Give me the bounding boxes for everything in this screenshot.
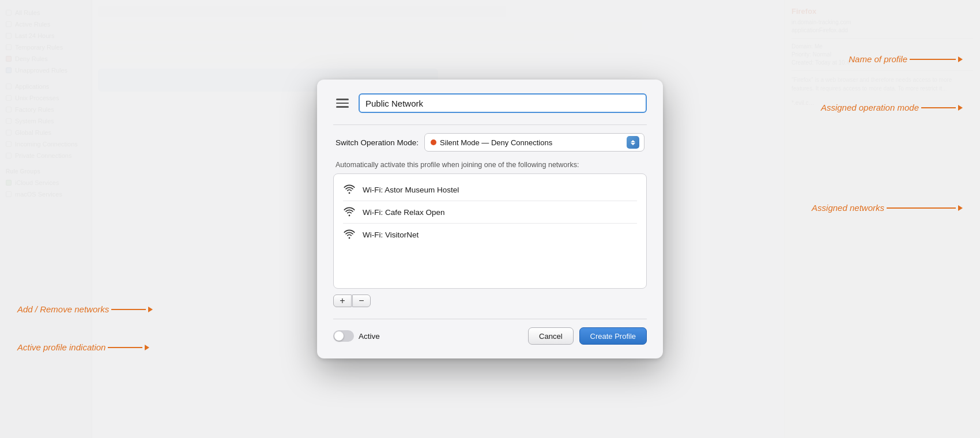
menu-icon-bar-2 xyxy=(336,103,349,104)
create-profile-button[interactable]: Create Profile xyxy=(579,327,647,345)
network-name-2: Wi-Fi: Cafe Relax Open xyxy=(363,208,445,217)
mode-dot xyxy=(431,139,436,145)
remove-network-button[interactable]: − xyxy=(352,294,371,307)
wifi-icon-2 xyxy=(343,207,356,217)
wifi-icon-3 xyxy=(343,229,356,240)
modal-overlay: Switch Operation Mode: Silent Mode — Den… xyxy=(0,0,980,438)
active-toggle[interactable] xyxy=(333,330,354,342)
active-label: Active xyxy=(359,332,380,341)
cancel-button[interactable]: Cancel xyxy=(528,327,573,345)
add-network-button[interactable]: + xyxy=(333,294,352,307)
menu-icon-bar-1 xyxy=(336,99,349,100)
networks-description: Automatically activate this profile when… xyxy=(333,161,647,169)
operation-mode-row: Switch Operation Mode: Silent Mode — Den… xyxy=(333,133,647,152)
menu-icon xyxy=(333,95,352,111)
networks-list: Wi-Fi: Astor Museum Hostel Wi-Fi: Cafe R… xyxy=(333,173,647,289)
network-item-3: Wi-Fi: VisitorNet xyxy=(334,224,646,246)
operation-mode-label: Switch Operation Mode: xyxy=(336,138,419,147)
profile-name-input[interactable] xyxy=(359,93,647,113)
profile-dialog: Switch Operation Mode: Silent Mode — Den… xyxy=(317,80,663,358)
stepper-down-arrow xyxy=(631,143,635,145)
network-item-2: Wi-Fi: Cafe Relax Open xyxy=(334,201,646,223)
footer-divider xyxy=(333,319,647,319)
mode-selector[interactable]: Silent Mode — Deny Connections xyxy=(424,133,644,152)
dialog-header xyxy=(333,93,647,113)
mode-stepper[interactable] xyxy=(627,136,639,149)
stepper-up-arrow xyxy=(631,140,635,142)
menu-icon-bar-3 xyxy=(336,106,349,108)
stepper-arrows xyxy=(631,140,635,145)
footer-buttons: Cancel Create Profile xyxy=(528,327,647,345)
network-name-1: Wi-Fi: Astor Museum Hostel xyxy=(363,186,459,194)
header-divider xyxy=(333,124,647,125)
active-toggle-row: Active xyxy=(333,330,380,342)
toggle-knob xyxy=(334,331,344,341)
wifi-icon-1 xyxy=(343,184,356,195)
network-controls: + − xyxy=(333,294,647,307)
mode-text: Silent Mode — Deny Connections xyxy=(440,138,623,147)
dialog-footer: Active Cancel Create Profile xyxy=(333,327,647,345)
network-item-1: Wi-Fi: Astor Museum Hostel xyxy=(334,179,646,201)
network-name-3: Wi-Fi: VisitorNet xyxy=(363,231,419,239)
